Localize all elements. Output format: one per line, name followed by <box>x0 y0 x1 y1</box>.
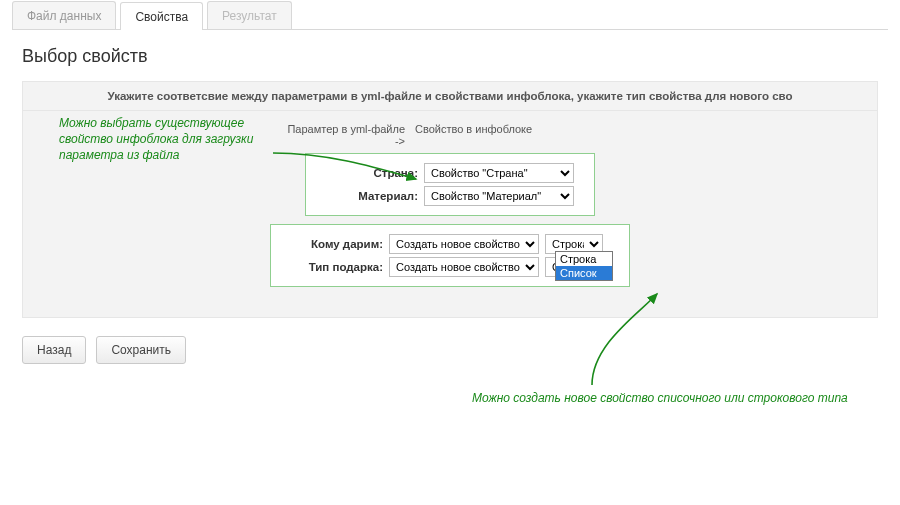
group-existing: Страна: Свойство "Страна" Материал: Свой… <box>305 153 595 216</box>
property-select-recipient[interactable]: Создать новое свойство <box>389 234 539 254</box>
tab-data-file[interactable]: Файл данных <box>12 1 116 29</box>
tab-result[interactable]: Результат <box>207 1 292 29</box>
page-title: Выбор свойств <box>22 46 878 67</box>
param-label: Страна: <box>314 167 424 179</box>
save-button[interactable]: Сохранить <box>96 336 186 364</box>
panel-instruction: Укажите соответсвие между параметрами в … <box>23 82 877 111</box>
property-select-gifttype[interactable]: Создать новое свойство <box>389 257 539 277</box>
col-header-iblock: Свойство в инфоблоке <box>415 123 615 147</box>
param-label: Тип подарка: <box>279 261 389 273</box>
properties-panel: Укажите соответсвие между параметрами в … <box>22 81 878 318</box>
param-label: Материал: <box>314 190 424 202</box>
note-existing-property: Можно выбрать существующее свойство инфо… <box>59 115 269 164</box>
tabs: Файл данных Свойства Результат <box>12 0 888 30</box>
tab-properties[interactable]: Свойства <box>120 2 203 30</box>
type-option-list[interactable]: Список <box>556 266 612 280</box>
col-header-yml: Парамтер в yml-файле -> <box>285 123 405 147</box>
footer-buttons: Назад Сохранить <box>22 336 878 364</box>
param-label: Кому дарим: <box>279 238 389 250</box>
group-new: Кому дарим: Создать новое свойство Строк… <box>270 224 630 287</box>
table-row: Страна: Свойство "Страна" <box>314 163 586 183</box>
mapping-area: Можно выбрать существующее свойство инфо… <box>23 111 877 287</box>
type-option-string[interactable]: Строка <box>556 252 612 266</box>
table-row: Материал: Свойство "Материал" <box>314 186 586 206</box>
property-select-country[interactable]: Свойство "Страна" <box>424 163 574 183</box>
type-dropdown-open[interactable]: Строка Список <box>555 251 613 281</box>
column-headers: Парамтер в yml-файле -> Свойство в инфоб… <box>285 123 615 147</box>
note-new-property: Можно создать новое свойство списочного … <box>472 390 848 406</box>
property-select-material[interactable]: Свойство "Материал" <box>424 186 574 206</box>
back-button[interactable]: Назад <box>22 336 86 364</box>
